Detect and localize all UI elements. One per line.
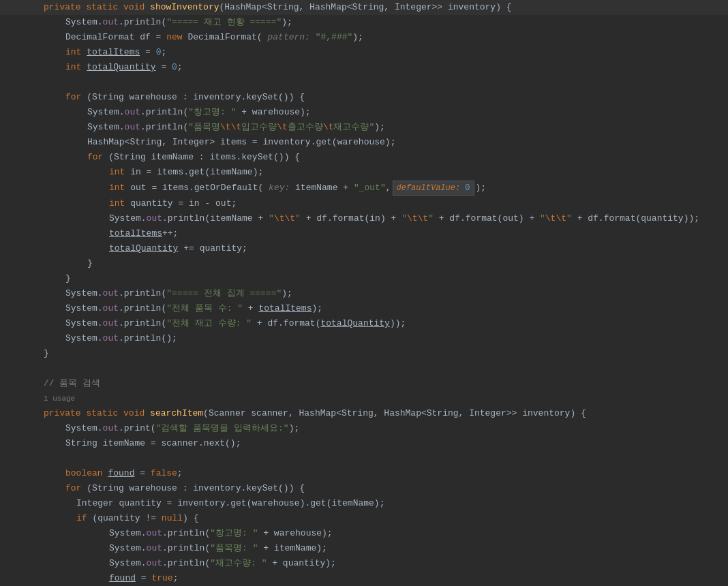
- code-line: [0, 451, 728, 466]
- code-line: System. out .println( "재고수량: " + quantit…: [0, 556, 728, 571]
- code-line: private static void searchItem (Scanner …: [0, 406, 728, 421]
- code-line: for (String warehouse : inventory.keySet…: [0, 90, 728, 105]
- code-line: int quantity = in - out;: [0, 196, 728, 211]
- code-line: DecimalFormat df = new DecimalFormat( pa…: [0, 30, 728, 45]
- code-line: boolean found = false ;: [0, 466, 728, 481]
- code-line: [0, 75, 728, 90]
- code-line: int in = items.get(itemName);: [0, 165, 728, 180]
- code-line: String itemName = scanner.next();: [0, 436, 728, 451]
- code-line: System. out .println( "창고명: " + warehous…: [0, 526, 728, 541]
- code-line: 1 usage: [0, 391, 728, 406]
- code-line: System. out .println( "품목명: " + itemName…: [0, 541, 728, 556]
- code-line: System. out .println( "===== 전체 집계 =====…: [0, 286, 728, 301]
- code-line: totalQuantity += quantity;: [0, 241, 728, 256]
- code-line: // 품목 검색: [0, 376, 728, 391]
- code-line: }: [0, 346, 728, 361]
- code-line: if (quantity != null ) {: [0, 511, 728, 526]
- code-line: HashMap<String, Integer> items = invento…: [0, 135, 728, 150]
- code-line: totalItems ++;: [0, 226, 728, 241]
- code-line: System. out .println( "품목명\t\t입고수량\t출고수량…: [0, 120, 728, 135]
- code-line: System. out .println(itemName + "\t\t" +…: [0, 211, 728, 226]
- code-line: int totalQuantity = 0 ;: [0, 60, 728, 75]
- code-line: for (String warehouse : inventory.keySet…: [0, 481, 728, 496]
- code-line: System. out .println( "창고명: " + warehous…: [0, 105, 728, 120]
- code-line: System. out .println();: [0, 331, 728, 346]
- code-line: System. out .println( "===== 재고 현황 =====…: [0, 15, 728, 30]
- code-line: int totalItems = 0 ;: [0, 45, 728, 60]
- code-editor: private static void showInventory (HashM…: [0, 0, 728, 586]
- code-line: int out = items.getOrDefault( key: itemN…: [0, 180, 728, 196]
- code-line: }: [0, 256, 728, 271]
- code-line: System. out .print( "검색할 품목명을 입력하세요:" );: [0, 421, 728, 436]
- code-line: System. out .println( "전체 품목 수: " + tota…: [0, 301, 728, 316]
- code-line: [0, 361, 728, 376]
- code-line: found = true ;: [0, 571, 728, 586]
- code-line: private static void showInventory (HashM…: [0, 0, 728, 15]
- code-line: }: [0, 271, 728, 286]
- code-line: System. out .println( "전체 재고 수량: " + df.…: [0, 316, 728, 331]
- code-line: for (String itemName : items.keySet()) {: [0, 150, 728, 165]
- code-line: Integer quantity = inventory.get(warehou…: [0, 496, 728, 511]
